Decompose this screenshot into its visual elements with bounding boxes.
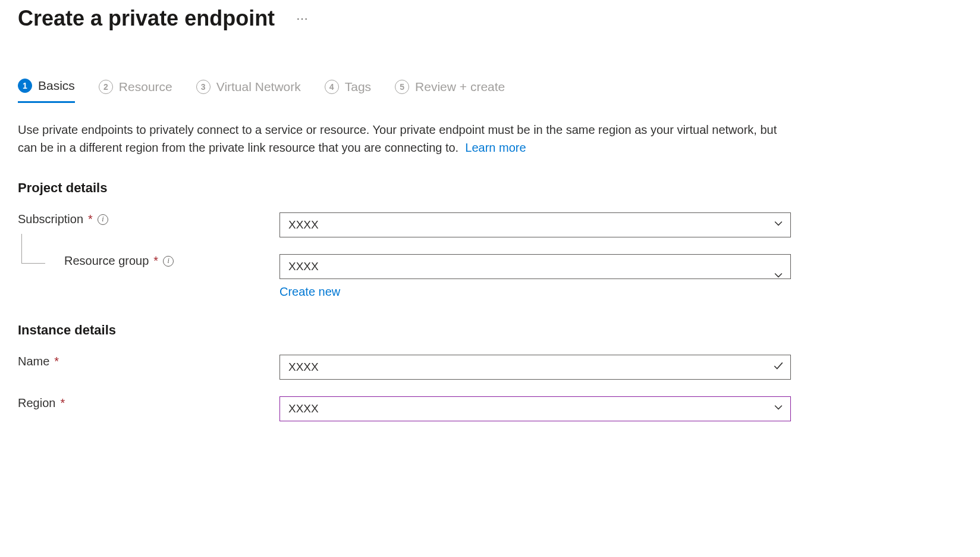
tab-virtual-network[interactable]: 3 Virtual Network (196, 79, 301, 103)
subscription-select[interactable]: XXXX (279, 212, 791, 237)
tab-label: Resource (119, 80, 172, 94)
required-indicator: * (54, 355, 59, 368)
tab-label: Basics (38, 79, 75, 93)
region-select[interactable]: XXXX (279, 396, 791, 421)
page-title: Create a private endpoint (18, 6, 275, 31)
required-indicator: * (88, 212, 93, 226)
tab-label: Review + create (415, 80, 505, 94)
tab-step-number: 5 (395, 80, 409, 94)
tab-label: Tags (345, 80, 371, 94)
tab-review-create[interactable]: 5 Review + create (395, 79, 505, 103)
info-icon[interactable]: i (163, 256, 174, 267)
learn-more-link[interactable]: Learn more (465, 141, 526, 154)
tab-step-number: 1 (18, 79, 32, 93)
info-icon[interactable]: i (98, 214, 108, 225)
name-input[interactable]: XXXX (279, 355, 791, 380)
tab-step-number: 2 (99, 80, 113, 94)
region-label: Region (18, 396, 55, 410)
tab-resource[interactable]: 2 Resource (99, 79, 172, 103)
name-label: Name (18, 355, 49, 368)
tab-step-number: 4 (325, 80, 339, 94)
resource-group-select[interactable]: XXXX (279, 254, 791, 279)
tab-step-number: 3 (196, 80, 211, 94)
tab-tags[interactable]: 4 Tags (325, 79, 371, 103)
required-indicator: * (60, 396, 65, 410)
subscription-label: Subscription (18, 212, 83, 226)
tree-indent-marker (21, 234, 45, 264)
create-new-link[interactable]: Create new (279, 285, 340, 299)
required-indicator: * (153, 254, 158, 268)
tab-basics[interactable]: 1 Basics (18, 79, 75, 103)
resource-group-label: Resource group (64, 254, 149, 268)
wizard-tabs: 1 Basics 2 Resource 3 Virtual Network 4 … (18, 79, 962, 103)
section-title-project-details: Project details (18, 180, 962, 196)
more-actions-button[interactable]: ⋯ (293, 11, 313, 26)
description-text: Use private endpoints to privately conne… (18, 121, 791, 157)
section-title-instance-details: Instance details (18, 323, 962, 338)
tab-label: Virtual Network (216, 80, 301, 94)
